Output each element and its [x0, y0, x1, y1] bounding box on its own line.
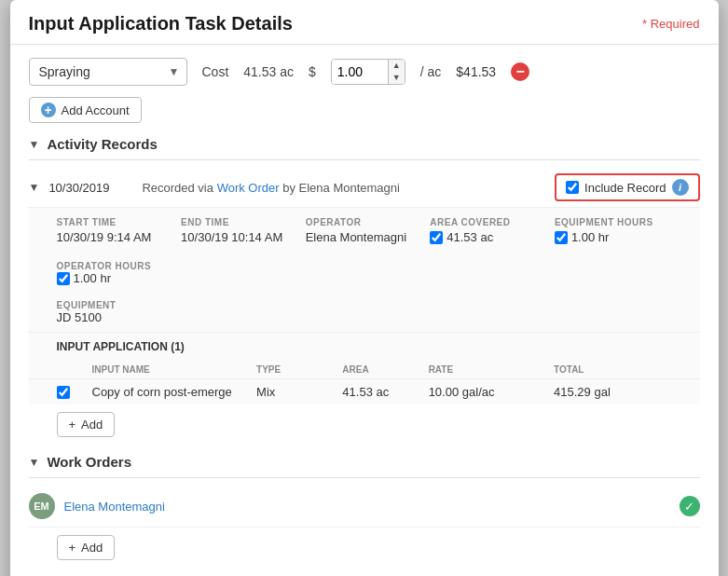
operator-hours-text: 1.00 hr [74, 271, 111, 285]
add-account-label: Add Account [62, 103, 130, 117]
dollar-sign: $ [309, 64, 316, 79]
start-time-col: START TIME 10/30/19 9:14 AM [57, 217, 174, 244]
operator-col: OPERATOR Elena Montemagni [306, 217, 423, 244]
operator-hours-label: OPERATOR HOURS [57, 261, 672, 271]
add-input-label: Add [81, 418, 103, 432]
start-time-label: START TIME [57, 217, 174, 227]
work-orders-header: ▼ Work Orders [29, 454, 700, 470]
info-icon[interactable]: i [672, 179, 689, 196]
activity-type-select[interactable]: Spraying Fertilizing Seeding [29, 58, 187, 86]
add-work-order-button[interactable]: + Add [57, 535, 116, 560]
col-type: TYPE [256, 364, 335, 375]
work-orders-divider [29, 477, 700, 478]
operator-value: Elena Montemagni [306, 230, 423, 244]
add-input-button[interactable]: + Add [57, 412, 116, 437]
col-checkbox-spacer [57, 364, 85, 375]
cost-input-wrapper: ▲ ▼ [331, 59, 405, 85]
activity-record-row: ▼ 10/30/2019 Recorded via Work Order by … [29, 168, 700, 208]
status-complete-icon: ✓ [680, 496, 700, 516]
input-row-checkbox[interactable] [57, 386, 70, 399]
record-expand-chevron[interactable]: ▼ [29, 181, 40, 194]
avatar: EM [29, 493, 55, 519]
record-desc-suffix: by Elena Montemagni [282, 181, 400, 195]
remove-button[interactable]: − [511, 62, 529, 81]
record-description: Recorded via Work Order by Elena Montema… [142, 181, 545, 195]
cost-label: Cost [202, 64, 229, 79]
modal-header: Input Application Task Details * Require… [10, 0, 719, 45]
start-time-value: 10/30/19 9:14 AM [57, 230, 174, 244]
spin-up-button[interactable]: ▲ [389, 60, 405, 72]
per-ac-label: / ac [420, 64, 442, 79]
input-total-value: 415.29 gal [554, 385, 671, 399]
add-wo-plus-icon: + [69, 541, 76, 555]
input-area-value: 41.53 ac [342, 385, 420, 399]
equipment-hours-col: EQUIPMENT HOURS 1.00 hr [555, 217, 672, 244]
work-orders-chevron[interactable]: ▼ [29, 456, 40, 469]
equipment-hours-value: 1.00 hr [555, 230, 672, 244]
work-order-person-link[interactable]: Elena Montemagni [64, 500, 670, 514]
activity-type-wrapper: Spraying Fertilizing Seeding ▼ [29, 58, 187, 86]
modal: Input Application Task Details * Require… [10, 0, 719, 576]
add-input-plus-icon: + [69, 418, 76, 432]
input-table-row: Copy of corn post-emerge Mix 41.53 ac 10… [29, 378, 700, 405]
plus-circle-icon: + [41, 103, 56, 117]
work-order-row: EM Elena Montemagni ✓ [29, 486, 700, 528]
col-input-name: INPUT NAME [92, 364, 250, 375]
input-type-value: Mix [256, 385, 335, 399]
modal-title: Input Application Task Details [29, 13, 293, 34]
input-rate-value: 10.00 gal/ac [429, 385, 546, 399]
add-account-button[interactable]: + Add Account [29, 97, 142, 123]
work-orders-section: ▼ Work Orders EM Elena Montemagni ✓ + Ad… [29, 454, 700, 568]
input-name-value: Copy of corn post-emerge [92, 385, 250, 399]
equipment-row: EQUIPMENT JD 5100 [29, 293, 700, 333]
end-time-col: END TIME 10/30/19 10:14 AM [181, 217, 298, 244]
total-cost-value: $41.53 [456, 64, 496, 79]
end-time-value: 10/30/19 10:14 AM [181, 230, 298, 244]
include-record-label: Include Record [584, 181, 666, 195]
area-covered-col: AREA COVERED 41.53 ac [430, 217, 547, 244]
record-date: 10/30/2019 [48, 181, 132, 195]
operator-hours-row: OPERATOR HOURS 1.00 hr [29, 254, 700, 293]
input-application-header: INPUT APPLICATION (1) [29, 333, 700, 361]
area-covered-text: 41.53 ac [446, 230, 493, 244]
col-rate: RATE [429, 364, 546, 375]
area-covered-value: 41.53 ac [430, 230, 547, 244]
add-wo-label: Add [81, 541, 103, 555]
work-orders-title: Work Orders [47, 454, 131, 470]
required-label: * Required [642, 17, 699, 31]
area-covered-label: AREA COVERED [430, 217, 547, 227]
spin-buttons: ▲ ▼ [388, 60, 405, 84]
operator-label: OPERATOR [306, 217, 423, 227]
activity-records-title: Activity Records [47, 136, 157, 152]
modal-body: Spraying Fertilizing Seeding ▼ Cost 41.5… [10, 45, 719, 576]
equipment-hours-label: EQUIPMENT HOURS [555, 217, 672, 227]
activity-records-divider [29, 159, 700, 160]
include-record-box: Include Record i [555, 173, 699, 201]
activity-records-header: ▼ Activity Records [29, 136, 700, 152]
cost-area-value: 41.53 ac [243, 64, 294, 79]
col-area: AREA [342, 364, 420, 375]
detail-grid: START TIME 10/30/19 9:14 AM END TIME 10/… [29, 208, 700, 254]
cost-per-ac-input[interactable] [332, 60, 388, 84]
operator-hours-value: 1.00 hr [57, 271, 672, 285]
work-order-link[interactable]: Work Order [217, 181, 283, 195]
equipment-value: JD 5100 [57, 310, 672, 324]
input-table-header: INPUT NAME TYPE AREA RATE TOTAL [29, 361, 700, 378]
activity-records-chevron[interactable]: ▼ [29, 138, 40, 151]
end-time-label: END TIME [181, 217, 298, 227]
equipment-label: EQUIPMENT [57, 300, 672, 310]
col-total: TOTAL [554, 364, 671, 375]
equipment-hours-checkbox[interactable] [555, 231, 568, 244]
operator-hours-checkbox[interactable] [57, 272, 70, 285]
equipment-hours-text: 1.00 hr [571, 230, 609, 244]
area-covered-checkbox[interactable] [430, 231, 443, 244]
spin-down-button[interactable]: ▼ [389, 72, 405, 84]
include-record-checkbox[interactable] [566, 181, 579, 194]
top-row: Spraying Fertilizing Seeding ▼ Cost 41.5… [29, 58, 700, 86]
record-desc-prefix: Recorded via [142, 181, 213, 195]
